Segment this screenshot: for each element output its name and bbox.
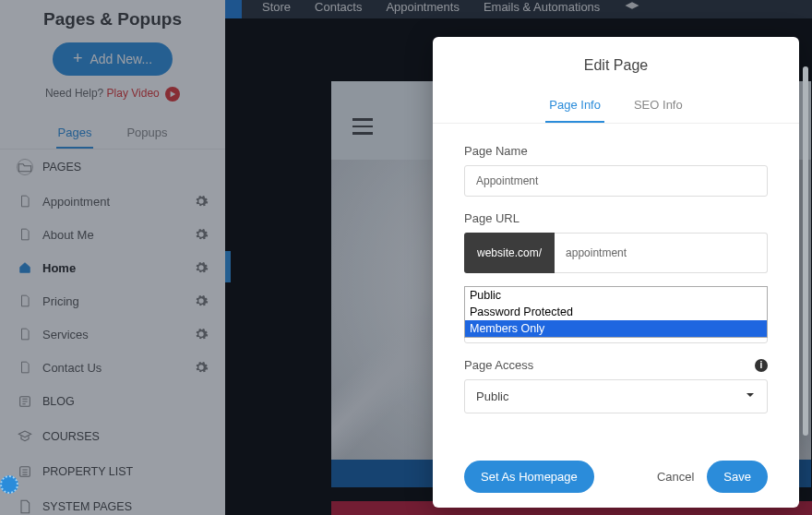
label-page-url: Page URL: [464, 211, 768, 225]
tab-seo-info[interactable]: SEO Info: [630, 92, 687, 123]
modal-body: Page Name Page URL website.com/ Add to G…: [433, 124, 799, 449]
set-homepage-button[interactable]: Set As Homepage: [464, 461, 594, 493]
modal-title: Edit Page: [433, 37, 799, 92]
page-name-field[interactable]: [464, 165, 768, 197]
url-prefix: website.com/: [464, 233, 555, 273]
access-option-password[interactable]: Password Protected: [465, 304, 767, 320]
label-text: Page Access: [464, 358, 533, 372]
modal-tabs: Page Info SEO Info: [433, 92, 799, 124]
access-option-members[interactable]: Members Only: [465, 320, 767, 337]
scrollbar[interactable]: [803, 66, 808, 436]
cancel-button[interactable]: Cancel: [657, 470, 694, 484]
page-url-field[interactable]: [555, 233, 768, 273]
chevron-down-icon: [745, 389, 756, 403]
label-page-name: Page Name: [464, 144, 768, 158]
access-dropdown: Public Password Protected Members Only: [464, 286, 768, 338]
info-icon[interactable]: i: [755, 359, 768, 372]
save-button[interactable]: Save: [707, 461, 768, 493]
modal-footer: Set As Homepage Cancel Save: [433, 449, 799, 508]
corner-badge-icon[interactable]: [0, 475, 18, 494]
access-select[interactable]: Public: [464, 379, 768, 413]
access-option-public[interactable]: Public: [465, 287, 767, 304]
tab-page-info[interactable]: Page Info: [545, 92, 604, 123]
edit-page-modal: Edit Page Page Info SEO Info Page Name P…: [433, 37, 799, 508]
label-page-access: Page Access i: [464, 358, 768, 372]
access-select-value: Public: [476, 389, 508, 403]
